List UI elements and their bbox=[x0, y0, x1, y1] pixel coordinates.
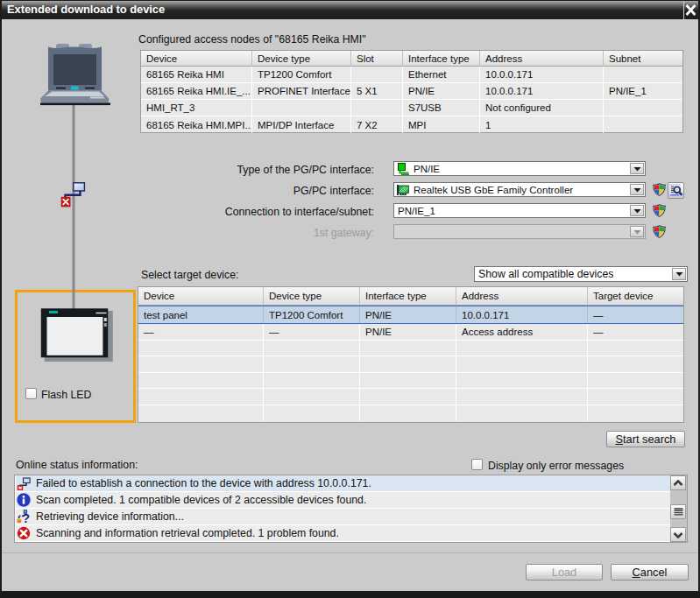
svg-text:?: ? bbox=[22, 511, 30, 524]
